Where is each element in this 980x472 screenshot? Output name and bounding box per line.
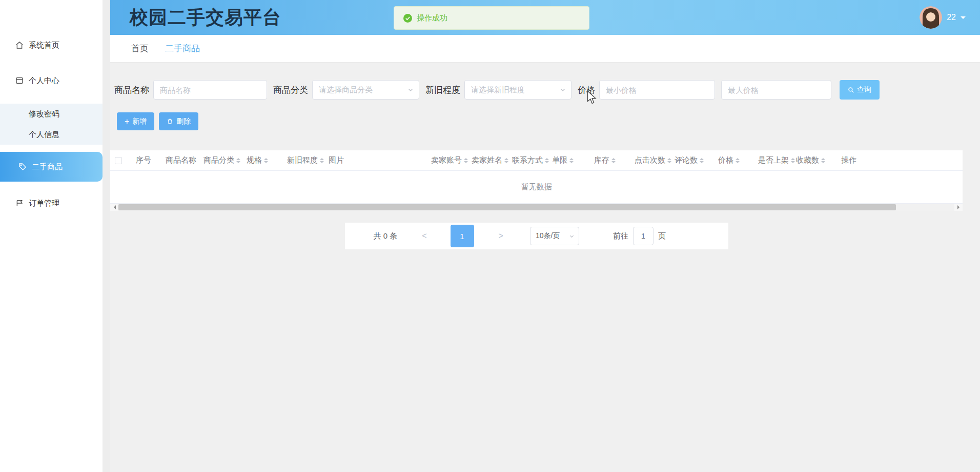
- column-header[interactable]: 新旧程度: [287, 155, 329, 165]
- top-header: 校园二手交易平台 操作成功 22: [110, 0, 980, 35]
- category-select[interactable]: 请选择商品分类: [312, 80, 419, 100]
- chevron-down-icon: [569, 233, 575, 239]
- sort-carets-icon[interactable]: [545, 156, 549, 165]
- column-header: 商品名称: [166, 155, 203, 165]
- condition-select[interactable]: 请选择新旧程度: [464, 80, 571, 100]
- column-header[interactable]: 卖家账号: [431, 155, 472, 165]
- delete-button[interactable]: 删除: [159, 112, 198, 130]
- column-label: 收藏数: [796, 155, 819, 165]
- sort-carets-icon[interactable]: [611, 156, 616, 165]
- sort-carets-icon[interactable]: [464, 156, 468, 165]
- column-label: 新旧程度: [287, 155, 318, 165]
- column-header: 操作: [841, 155, 963, 165]
- sort-carets-icon[interactable]: [236, 156, 240, 165]
- pagination-total: 共 0 条: [374, 231, 398, 241]
- sidebar: 系统首页 个人中心 修改密码 个人信息 二手商品 订单管理: [0, 0, 103, 472]
- username: 22: [947, 13, 956, 22]
- horizontal-scrollbar: [110, 204, 963, 211]
- sort-carets-icon[interactable]: [700, 156, 704, 165]
- category-select-placeholder: 请选择商品分类: [319, 85, 373, 95]
- add-button[interactable]: + 新增: [117, 112, 154, 130]
- column-label: 序号: [136, 155, 151, 165]
- search-icon: [848, 87, 854, 93]
- tab-secondhand-goods[interactable]: 二手商品: [165, 43, 200, 54]
- caret-down-icon: [961, 16, 966, 22]
- select-all-checkbox[interactable]: [115, 157, 122, 164]
- column-header[interactable]: 是否上架: [758, 155, 796, 165]
- column-header[interactable]: 卖家姓名: [472, 155, 512, 165]
- success-check-icon: [403, 14, 412, 23]
- products-table: 序号 商品名称 商品分类 规格 新旧程度 图片 卖家账号 卖家姓名 联系方式 单…: [110, 150, 963, 211]
- trash-icon: [167, 118, 173, 125]
- sort-carets-icon[interactable]: [736, 156, 740, 165]
- sidebar-item-order-management[interactable]: 订单管理: [0, 194, 103, 212]
- pagination: 共 0 条 < 1 > 10条/页 前往 页: [345, 223, 728, 249]
- tab-home[interactable]: 首页: [131, 43, 149, 54]
- prev-page-button[interactable]: <: [422, 231, 426, 241]
- chevron-down-icon: [407, 87, 414, 93]
- sort-carets-icon[interactable]: [791, 156, 795, 165]
- table-header-row: 序号 商品名称 商品分类 规格 新旧程度 图片 卖家账号 卖家姓名 联系方式 单…: [110, 150, 963, 171]
- column-header[interactable]: 联系方式: [512, 155, 552, 165]
- column-header[interactable]: 收藏数: [796, 155, 841, 165]
- max-price-input[interactable]: [721, 80, 831, 100]
- sort-carets-icon[interactable]: [667, 156, 671, 165]
- sort-carets-icon[interactable]: [569, 156, 574, 165]
- sidebar-item-personal-info[interactable]: 个人信息: [0, 124, 103, 145]
- search-button[interactable]: 查询: [840, 80, 880, 100]
- sidebar-item-change-password[interactable]: 修改密码: [0, 104, 103, 124]
- scroll-left-arrow-icon[interactable]: [110, 204, 118, 211]
- sidebar-item-label: 系统首页: [29, 41, 59, 50]
- scroll-right-arrow-icon[interactable]: [954, 204, 963, 211]
- min-price-input[interactable]: [599, 80, 715, 100]
- page-size-value: 10条/页: [536, 231, 560, 241]
- column-label: 商品分类: [203, 155, 234, 165]
- add-button-label: 新增: [132, 117, 147, 126]
- sidebar-item-secondhand-goods[interactable]: 二手商品: [0, 152, 103, 182]
- filter-bar: 商品名称 商品分类 请选择商品分类 新旧程度 请选择新旧程度: [110, 63, 980, 100]
- column-label: 卖家姓名: [472, 155, 502, 165]
- toolbar: + 新增 删除: [117, 112, 980, 130]
- column-label: 是否上架: [758, 155, 789, 165]
- product-name-input[interactable]: [153, 80, 267, 100]
- sort-carets-icon[interactable]: [320, 156, 324, 165]
- scrollbar-thumb[interactable]: [118, 204, 896, 210]
- column-header[interactable]: 商品分类: [203, 155, 247, 165]
- goto-page-input[interactable]: [633, 227, 654, 245]
- sidebar-item-system-home[interactable]: 系统首页: [0, 36, 103, 54]
- pagination-wrap: 共 0 条 < 1 > 10条/页 前往 页: [110, 223, 963, 249]
- delete-button-label: 删除: [176, 117, 191, 126]
- column-label: 操作: [841, 155, 856, 165]
- sidebar-submenu: 修改密码 个人信息: [0, 104, 103, 145]
- column-header[interactable]: 价格: [718, 155, 758, 165]
- empty-state: 暂无数据: [110, 171, 963, 204]
- column-header: 序号: [136, 155, 166, 165]
- next-page-button[interactable]: >: [499, 231, 503, 241]
- filter-category-label: 商品分类: [273, 84, 308, 96]
- column-label: 卖家账号: [431, 155, 462, 165]
- column-label: 价格: [718, 155, 733, 165]
- column-header[interactable]: 单限: [552, 155, 594, 165]
- page-number-1[interactable]: 1: [451, 225, 474, 247]
- avatar[interactable]: [920, 6, 942, 29]
- page-size-select[interactable]: 10条/页: [530, 227, 579, 245]
- column-label: 商品名称: [166, 155, 196, 165]
- chevron-down-icon: [560, 87, 566, 93]
- column-label: 图片: [329, 155, 344, 165]
- panel-icon: [15, 76, 24, 85]
- column-header[interactable]: 评论数: [675, 155, 718, 165]
- flag-icon: [15, 199, 24, 207]
- column-header[interactable]: 规格: [247, 155, 287, 165]
- tag-icon: [18, 163, 27, 171]
- sort-carets-icon[interactable]: [821, 156, 825, 165]
- sort-carets-icon[interactable]: [504, 156, 508, 165]
- sort-carets-icon[interactable]: [264, 156, 268, 165]
- plus-icon: +: [125, 117, 129, 126]
- column-header[interactable]: 库存: [594, 155, 635, 165]
- sidebar-item-personal-center[interactable]: 个人中心: [0, 71, 103, 90]
- user-menu[interactable]: 22: [920, 6, 966, 29]
- column-header: 图片: [329, 155, 431, 165]
- condition-select-placeholder: 请选择新旧程度: [471, 85, 525, 95]
- column-header[interactable]: 点击次数: [635, 155, 675, 165]
- column-label: 联系方式: [512, 155, 543, 165]
